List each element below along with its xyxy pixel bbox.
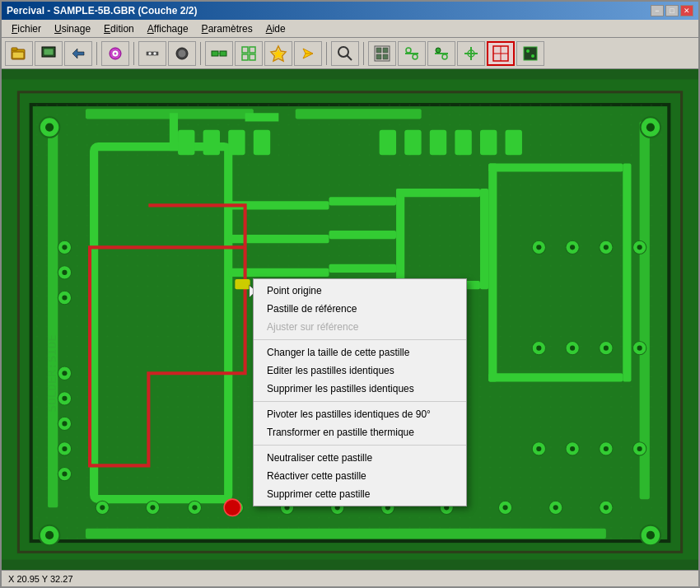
svg-point-144	[224, 499, 240, 516]
toolbar-btn15[interactable]	[457, 41, 485, 66]
ctx-pivoter-identiques[interactable]: Pivoter les pastilles identiques de 90°	[254, 405, 466, 423]
svg-rect-2	[12, 52, 24, 58]
toolbar-sep2	[133, 42, 134, 65]
svg-point-34	[436, 48, 441, 53]
svg-rect-75	[254, 130, 270, 156]
svg-point-111	[570, 245, 575, 250]
svg-rect-4	[44, 49, 54, 55]
menu-affichage[interactable]: Affichage	[141, 21, 195, 36]
svg-point-92	[62, 295, 67, 300]
menu-usinage[interactable]: Usinage	[48, 21, 97, 36]
toolbar-btn8[interactable]	[235, 41, 263, 66]
svg-rect-54	[86, 529, 606, 539]
ctx-changer-taille[interactable]: Changer la taille de cette pastille	[254, 343, 466, 362]
menu-parametres[interactable]: Paramètres	[195, 21, 259, 36]
toolbar-btn16[interactable]	[487, 41, 515, 66]
svg-rect-16	[242, 47, 248, 53]
statusbar: X 20.95 Y 32.27	[2, 570, 698, 586]
svg-rect-63	[329, 264, 397, 273]
svg-rect-76	[380, 130, 396, 156]
svg-rect-57	[245, 113, 279, 121]
svg-rect-62	[329, 231, 397, 239]
svg-rect-68	[488, 163, 623, 171]
svg-rect-81	[506, 130, 522, 156]
svg-rect-28	[376, 54, 381, 59]
menu-aide[interactable]: Aide	[259, 21, 292, 36]
svg-point-121	[637, 446, 642, 451]
svg-rect-80	[480, 130, 497, 156]
ctx-editer-identiques[interactable]: Editer les pastilles identiques	[254, 362, 466, 380]
svg-point-31	[406, 48, 411, 53]
toolbar-btn12[interactable]	[368, 41, 396, 66]
toolbar-btn3[interactable]	[64, 41, 92, 66]
toolbar-btn13[interactable]	[398, 41, 426, 66]
svg-point-112	[604, 245, 609, 250]
title-bar: Percival - SAMPLE-5B.GBR (Couche 2/2) − …	[2, 2, 698, 20]
toolbar-btn2[interactable]	[35, 41, 63, 66]
toolbar-sep4	[326, 42, 327, 65]
svg-rect-148	[235, 279, 250, 289]
svg-rect-69	[488, 373, 623, 381]
ctx-pastille-reference[interactable]: Pastille de référence	[254, 300, 466, 318]
svg-point-9	[148, 52, 152, 55]
svg-rect-74	[228, 130, 245, 156]
toolbar	[2, 38, 698, 69]
svg-point-143	[604, 505, 609, 510]
window-title: Percival - SAMPLE-5B.GBR (Couche 2/2)	[7, 5, 197, 16]
svg-rect-51	[296, 109, 422, 119]
svg-point-151	[45, 123, 54, 131]
svg-rect-64	[396, 189, 404, 281]
ctx-neutraliser[interactable]: Neutraliser cette pastille	[254, 449, 466, 467]
maximize-button[interactable]: □	[665, 5, 679, 16]
toolbar-open-button[interactable]	[5, 41, 33, 66]
menu-edition[interactable]: Edition	[97, 21, 141, 36]
svg-point-135	[192, 505, 197, 510]
svg-rect-65	[396, 189, 480, 197]
svg-rect-77	[404, 130, 421, 156]
menu-fichier[interactable]: Fichier	[5, 21, 48, 36]
svg-point-12	[178, 49, 186, 58]
svg-point-110	[536, 245, 541, 250]
svg-point-7	[114, 52, 117, 54]
svg-rect-73	[203, 130, 220, 156]
ctx-point-origine[interactable]: Point origine	[254, 282, 466, 300]
svg-rect-17	[250, 47, 255, 53]
svg-text:SOLDER:SIDE: SOLDER:SIDE	[45, 334, 58, 412]
svg-rect-27	[383, 48, 388, 53]
svg-point-35	[442, 54, 447, 59]
close-button[interactable]: ✕	[680, 5, 693, 16]
svg-rect-72	[178, 130, 194, 156]
toolbar-btn10[interactable]	[294, 41, 322, 66]
svg-point-120	[604, 446, 609, 451]
context-menu: Point origine Pastille de référence Ajus…	[253, 278, 467, 506]
toolbar-btn7[interactable]	[205, 41, 233, 66]
ctx-supprimer-identiques[interactable]: Supprimer les pastilles identiques	[254, 380, 466, 398]
svg-point-95	[62, 421, 67, 426]
toolbar-btn4[interactable]	[101, 41, 129, 66]
svg-point-44	[531, 54, 534, 58]
ctx-supprimer-pastille[interactable]: Supprimer cette pastille	[254, 485, 466, 503]
toolbar-btn14[interactable]	[427, 41, 455, 66]
menubar: Fichier Usinage Edition Affichage Paramè…	[2, 20, 698, 38]
svg-point-116	[604, 346, 609, 351]
svg-point-97	[62, 471, 67, 476]
minimize-button[interactable]: −	[651, 5, 664, 16]
svg-point-23	[338, 47, 348, 57]
ctx-reactiver[interactable]: Réactiver cette pastille	[254, 467, 466, 485]
toolbar-btn9[interactable]	[264, 41, 292, 66]
toolbar-sep5	[363, 42, 364, 65]
svg-point-94	[62, 396, 67, 401]
ctx-transformer-thermique[interactable]: Transformer en pastille thermique	[254, 423, 466, 441]
toolbar-btn17[interactable]	[516, 41, 544, 66]
coordinates-display: X 20.95 Y 32.27	[8, 574, 73, 584]
toolbar-btn6[interactable]	[168, 41, 196, 66]
svg-point-119	[570, 446, 575, 451]
svg-rect-52	[48, 121, 58, 507]
toolbar-btn11[interactable]	[331, 41, 359, 66]
svg-point-43	[526, 49, 530, 53]
svg-rect-78	[430, 130, 446, 156]
svg-point-118	[536, 446, 541, 451]
pcb-canvas-area[interactable]: SOLDER:SIDE Point origine Pastille de ré…	[2, 69, 698, 570]
svg-point-93	[62, 371, 67, 376]
toolbar-btn5[interactable]	[138, 41, 166, 66]
